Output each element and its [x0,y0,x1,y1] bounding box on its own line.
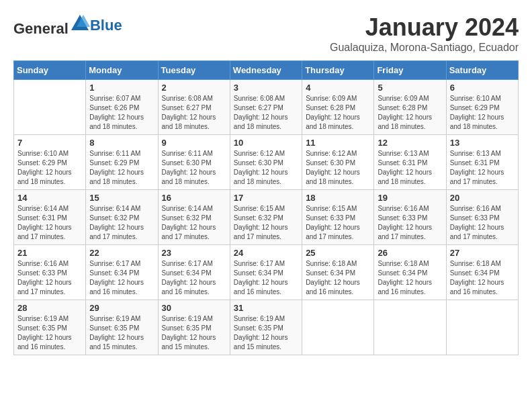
calendar-cell: 23Sunrise: 6:17 AMSunset: 6:34 PMDayligh… [158,245,230,300]
calendar-cell [14,80,86,135]
day-number: 29 [89,303,154,313]
day-number: 21 [17,248,82,258]
day-info: Sunrise: 6:08 AMSunset: 6:27 PMDaylight:… [234,94,298,132]
day-number: 13 [450,138,515,148]
day-number: 20 [450,193,515,203]
day-info: Sunrise: 6:15 AMSunset: 6:32 PMDaylight:… [234,204,298,242]
weekday-header: Monday [86,61,158,80]
day-number: 12 [378,138,442,148]
day-info: Sunrise: 6:13 AMSunset: 6:31 PMDaylight:… [450,149,515,187]
weekday-header: Saturday [446,61,518,80]
day-info: Sunrise: 6:19 AMSunset: 6:35 PMDaylight:… [162,314,226,352]
calendar-cell: 19Sunrise: 6:16 AMSunset: 6:33 PMDayligh… [374,190,446,245]
calendar-cell: 6Sunrise: 6:10 AMSunset: 6:29 PMDaylight… [446,80,518,135]
day-info: Sunrise: 6:19 AMSunset: 6:35 PMDaylight:… [234,314,298,352]
calendar-body: 1Sunrise: 6:07 AMSunset: 6:26 PMDaylight… [14,80,519,355]
day-info: Sunrise: 6:07 AMSunset: 6:26 PMDaylight:… [89,94,154,132]
day-info: Sunrise: 6:10 AMSunset: 6:29 PMDaylight:… [17,149,82,187]
calendar-cell [446,300,518,355]
day-info: Sunrise: 6:08 AMSunset: 6:27 PMDaylight:… [162,94,226,132]
calendar-week-row: 1Sunrise: 6:07 AMSunset: 6:26 PMDaylight… [14,80,519,135]
weekday-header: Thursday [302,61,374,80]
day-number: 7 [17,138,82,148]
calendar-cell: 10Sunrise: 6:12 AMSunset: 6:30 PMDayligh… [230,135,302,190]
day-info: Sunrise: 6:10 AMSunset: 6:29 PMDaylight:… [450,94,515,132]
day-number: 10 [234,138,298,148]
day-number: 9 [162,138,226,148]
day-number: 19 [378,193,442,203]
calendar-cell [302,300,374,355]
weekday-header: Sunday [14,61,86,80]
logo-general: General [13,20,69,37]
day-info: Sunrise: 6:18 AMSunset: 6:34 PMDaylight:… [450,259,515,297]
day-info: Sunrise: 6:19 AMSunset: 6:35 PMDaylight:… [17,314,82,352]
calendar-week-row: 28Sunrise: 6:19 AMSunset: 6:35 PMDayligh… [14,300,519,355]
day-info: Sunrise: 6:12 AMSunset: 6:30 PMDaylight:… [306,149,370,187]
day-info: Sunrise: 6:16 AMSunset: 6:33 PMDaylight:… [17,259,82,297]
page-header: General Blue January 2024 Gualaquiza, Mo… [13,13,519,54]
calendar-cell: 13Sunrise: 6:13 AMSunset: 6:31 PMDayligh… [446,135,518,190]
calendar-week-row: 14Sunrise: 6:14 AMSunset: 6:31 PMDayligh… [14,190,519,245]
day-info: Sunrise: 6:18 AMSunset: 6:34 PMDaylight:… [378,259,442,297]
weekday-header: Wednesday [230,61,302,80]
day-number: 18 [306,193,370,203]
calendar-cell: 21Sunrise: 6:16 AMSunset: 6:33 PMDayligh… [14,245,86,300]
day-info: Sunrise: 6:17 AMSunset: 6:34 PMDaylight:… [234,259,298,297]
day-info: Sunrise: 6:14 AMSunset: 6:31 PMDaylight:… [17,204,82,242]
logo-blue: Blue [90,17,122,34]
day-info: Sunrise: 6:09 AMSunset: 6:28 PMDaylight:… [306,94,370,132]
calendar-cell: 26Sunrise: 6:18 AMSunset: 6:34 PMDayligh… [374,245,446,300]
calendar-cell: 2Sunrise: 6:08 AMSunset: 6:27 PMDaylight… [158,80,230,135]
calendar-cell: 9Sunrise: 6:11 AMSunset: 6:30 PMDaylight… [158,135,230,190]
day-info: Sunrise: 6:16 AMSunset: 6:33 PMDaylight:… [450,204,515,242]
day-number: 1 [89,83,154,93]
day-number: 16 [162,193,226,203]
logo: General Blue [13,13,122,38]
weekday-header: Friday [374,61,446,80]
calendar-cell: 15Sunrise: 6:14 AMSunset: 6:32 PMDayligh… [86,190,158,245]
day-number: 14 [17,193,82,203]
calendar-cell: 1Sunrise: 6:07 AMSunset: 6:26 PMDaylight… [86,80,158,135]
calendar-cell [374,300,446,355]
day-number: 4 [306,83,370,93]
day-info: Sunrise: 6:11 AMSunset: 6:30 PMDaylight:… [162,149,226,187]
location-title: Gualaquiza, Morona-Santiago, Ecuador [330,42,519,54]
day-number: 15 [89,193,154,203]
day-info: Sunrise: 6:14 AMSunset: 6:32 PMDaylight:… [162,204,226,242]
calendar-cell: 31Sunrise: 6:19 AMSunset: 6:35 PMDayligh… [230,300,302,355]
day-number: 11 [306,138,370,148]
day-info: Sunrise: 6:18 AMSunset: 6:34 PMDaylight:… [306,259,370,297]
day-info: Sunrise: 6:19 AMSunset: 6:35 PMDaylight:… [89,314,154,352]
logo-icon [70,13,90,34]
calendar-cell: 14Sunrise: 6:14 AMSunset: 6:31 PMDayligh… [14,190,86,245]
day-info: Sunrise: 6:15 AMSunset: 6:33 PMDaylight:… [306,204,370,242]
calendar-cell: 12Sunrise: 6:13 AMSunset: 6:31 PMDayligh… [374,135,446,190]
calendar-cell: 3Sunrise: 6:08 AMSunset: 6:27 PMDaylight… [230,80,302,135]
day-number: 24 [234,248,298,258]
day-number: 25 [306,248,370,258]
day-info: Sunrise: 6:17 AMSunset: 6:34 PMDaylight:… [162,259,226,297]
calendar-cell: 7Sunrise: 6:10 AMSunset: 6:29 PMDaylight… [14,135,86,190]
calendar-cell: 28Sunrise: 6:19 AMSunset: 6:35 PMDayligh… [14,300,86,355]
title-block: January 2024 Gualaquiza, Morona-Santiago… [330,13,519,54]
calendar-cell: 16Sunrise: 6:14 AMSunset: 6:32 PMDayligh… [158,190,230,245]
day-number: 31 [234,303,298,313]
day-number: 3 [234,83,298,93]
day-info: Sunrise: 6:11 AMSunset: 6:29 PMDaylight:… [89,149,154,187]
day-number: 26 [378,248,442,258]
day-number: 5 [378,83,442,93]
calendar-cell: 30Sunrise: 6:19 AMSunset: 6:35 PMDayligh… [158,300,230,355]
calendar-cell: 8Sunrise: 6:11 AMSunset: 6:29 PMDaylight… [86,135,158,190]
calendar-table: SundayMondayTuesdayWednesdayThursdayFrid… [13,60,519,355]
calendar-cell: 17Sunrise: 6:15 AMSunset: 6:32 PMDayligh… [230,190,302,245]
calendar-week-row: 7Sunrise: 6:10 AMSunset: 6:29 PMDaylight… [14,135,519,190]
calendar-cell: 22Sunrise: 6:17 AMSunset: 6:34 PMDayligh… [86,245,158,300]
day-info: Sunrise: 6:14 AMSunset: 6:32 PMDaylight:… [89,204,154,242]
calendar-cell: 5Sunrise: 6:09 AMSunset: 6:28 PMDaylight… [374,80,446,135]
calendar-cell: 25Sunrise: 6:18 AMSunset: 6:34 PMDayligh… [302,245,374,300]
month-title: January 2024 [330,13,519,42]
day-info: Sunrise: 6:13 AMSunset: 6:31 PMDaylight:… [378,149,442,187]
day-info: Sunrise: 6:17 AMSunset: 6:34 PMDaylight:… [89,259,154,297]
calendar-header-row: SundayMondayTuesdayWednesdayThursdayFrid… [14,61,519,80]
day-number: 23 [162,248,226,258]
